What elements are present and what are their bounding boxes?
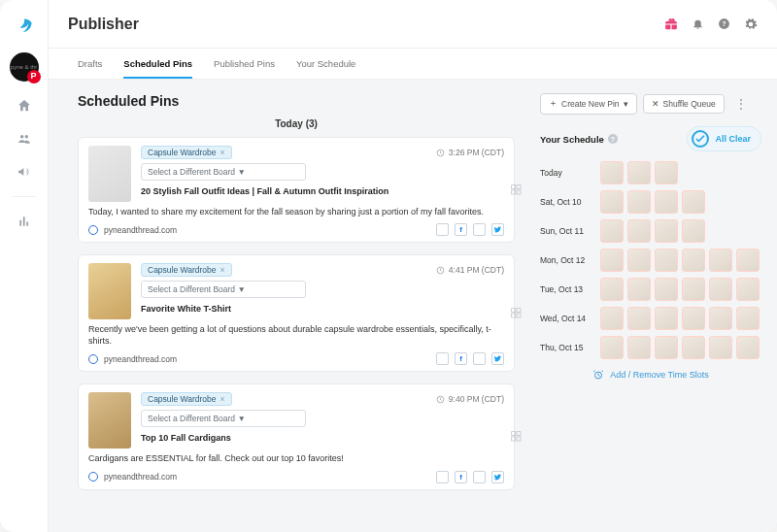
- crosspost-tw-checkbox[interactable]: [473, 352, 486, 365]
- schedule-slot[interactable]: [736, 249, 760, 272]
- source-domain: pyneandthread.com: [104, 354, 177, 364]
- schedule-slots: [600, 336, 760, 359]
- schedule-slot[interactable]: [682, 219, 705, 243]
- schedule-slot[interactable]: [682, 190, 705, 214]
- schedule-slot[interactable]: [627, 161, 651, 184]
- svg-rect-6: [517, 190, 521, 194]
- page-title: Publisher: [68, 16, 139, 33]
- schedule-slot[interactable]: [655, 278, 678, 301]
- schedule-slot[interactable]: [655, 219, 678, 243]
- schedule-slot[interactable]: [682, 307, 705, 330]
- schedule-slot[interactable]: [682, 249, 705, 272]
- nav-home[interactable]: [15, 97, 34, 115]
- create-new-pin-button[interactable]: ＋ Create New Pin ▾: [540, 93, 637, 115]
- pin-title: Favorite White T-Shirt: [141, 304, 504, 314]
- schedule-slot[interactable]: [600, 190, 624, 214]
- schedule-slot[interactable]: [736, 336, 760, 359]
- bell-icon[interactable]: [692, 17, 704, 31]
- crosspost-tw-checkbox[interactable]: [473, 223, 486, 236]
- board-selector[interactable]: Select a Different Board ▼: [141, 410, 306, 427]
- schedule-day-label: Sat, Oct 10: [540, 197, 592, 207]
- schedule-slot[interactable]: [736, 278, 760, 301]
- crosspost-fb-checkbox[interactable]: [436, 352, 449, 365]
- twitter-icon[interactable]: [491, 471, 504, 483]
- facebook-icon[interactable]: f: [455, 223, 467, 236]
- crosspost-fb-checkbox[interactable]: [436, 223, 449, 236]
- help-tooltip-icon[interactable]: ?: [608, 134, 618, 144]
- schedule-row: Sat, Oct 10: [540, 190, 761, 214]
- schedule-slot[interactable]: [709, 249, 732, 272]
- schedule-slot[interactable]: [682, 278, 705, 301]
- schedule-slot[interactable]: [600, 219, 624, 243]
- remove-board-icon[interactable]: ×: [220, 265, 225, 275]
- more-menu-icon[interactable]: ⋮: [730, 96, 752, 112]
- schedule-slot[interactable]: [627, 278, 651, 301]
- board-selector[interactable]: Select a Different Board ▼: [141, 163, 306, 181]
- schedule-slot[interactable]: [627, 307, 651, 330]
- schedule-slot[interactable]: [627, 336, 651, 359]
- add-remove-time-slots[interactable]: Add / Remove Time Slots: [540, 369, 761, 381]
- facebook-icon[interactable]: f: [455, 471, 467, 483]
- remove-board-icon[interactable]: ×: [220, 148, 225, 157]
- pin-thumbnail[interactable]: [88, 146, 131, 202]
- all-clear-badge[interactable]: All Clear: [687, 126, 761, 151]
- schedule-slot[interactable]: [627, 190, 651, 214]
- remove-board-icon[interactable]: ×: [220, 394, 225, 404]
- schedule-day-label: Today: [540, 168, 592, 178]
- facebook-icon[interactable]: f: [455, 352, 467, 365]
- board-selector[interactable]: Select a Different Board ▼: [141, 281, 306, 298]
- schedule-day-label: Thu, Oct 15: [540, 343, 592, 352]
- account-avatar[interactable]: pyne & thr P: [10, 52, 39, 82]
- help-icon[interactable]: ?: [718, 17, 730, 31]
- brand-logo[interactable]: [16, 17, 33, 37]
- gift-icon[interactable]: [664, 17, 678, 31]
- schedule-slot[interactable]: [600, 278, 624, 301]
- nav-insights[interactable]: [15, 213, 34, 230]
- nav-community[interactable]: [15, 130, 34, 148]
- section-heading: Scheduled Pins: [78, 93, 515, 109]
- drag-handle-icon[interactable]: [509, 304, 524, 323]
- schedule-slot[interactable]: [655, 336, 678, 359]
- pin-thumbnail[interactable]: [88, 392, 131, 449]
- shuffle-queue-button[interactable]: ✕ Shuffle Queue: [643, 94, 725, 114]
- board-chip-label: Capsule Wardrobe: [148, 148, 217, 157]
- schedule-slot[interactable]: [709, 278, 732, 301]
- schedule-slot[interactable]: [627, 249, 651, 272]
- schedule-day-label: Wed, Oct 14: [540, 314, 592, 323]
- twitter-icon[interactable]: [491, 352, 504, 365]
- schedule-row: Today: [540, 161, 761, 184]
- schedule-slot[interactable]: [655, 161, 678, 184]
- board-chip[interactable]: Capsule Wardrobe×: [141, 392, 232, 406]
- gear-icon[interactable]: [744, 17, 758, 31]
- schedule-slot[interactable]: [655, 190, 678, 214]
- schedule-slot[interactable]: [600, 336, 624, 359]
- drag-handle-icon[interactable]: [509, 181, 524, 200]
- crosspost-tw-checkbox[interactable]: [473, 471, 486, 483]
- schedule-slot[interactable]: [709, 336, 732, 359]
- board-chip[interactable]: Capsule Wardrobe×: [141, 263, 232, 277]
- board-chip[interactable]: Capsule Wardrobe×: [141, 146, 232, 159]
- tab-published-pins[interactable]: Published Pins: [214, 58, 275, 79]
- tab-scheduled-pins[interactable]: Scheduled Pins: [123, 58, 192, 79]
- crosspost-fb-checkbox[interactable]: [436, 471, 449, 483]
- svg-rect-15: [512, 437, 516, 441]
- pin-card: Capsule Wardrobe× 4:41 PM (CDT) Select a…: [78, 254, 515, 372]
- schedule-day-label: Tue, Oct 13: [540, 284, 592, 294]
- nav-campaigns[interactable]: [15, 163, 34, 181]
- schedule-slot[interactable]: [600, 249, 624, 272]
- scheduled-time: 3:26 PM (CDT): [436, 148, 504, 157]
- pin-thumbnail[interactable]: [88, 263, 131, 319]
- schedule-slot[interactable]: [655, 307, 678, 330]
- drag-handle-icon[interactable]: [509, 427, 524, 447]
- schedule-slot[interactable]: [682, 336, 705, 359]
- schedule-slot[interactable]: [627, 219, 651, 243]
- schedule-slot[interactable]: [709, 307, 732, 330]
- twitter-icon[interactable]: [491, 223, 504, 236]
- schedule-slots: [600, 278, 760, 301]
- schedule-slot[interactable]: [655, 249, 678, 272]
- schedule-slot[interactable]: [736, 307, 760, 330]
- tab-drafts[interactable]: Drafts: [78, 58, 102, 79]
- schedule-slot[interactable]: [600, 307, 624, 330]
- tab-your-schedule[interactable]: Your Schedule: [296, 58, 355, 79]
- schedule-slot[interactable]: [600, 161, 624, 184]
